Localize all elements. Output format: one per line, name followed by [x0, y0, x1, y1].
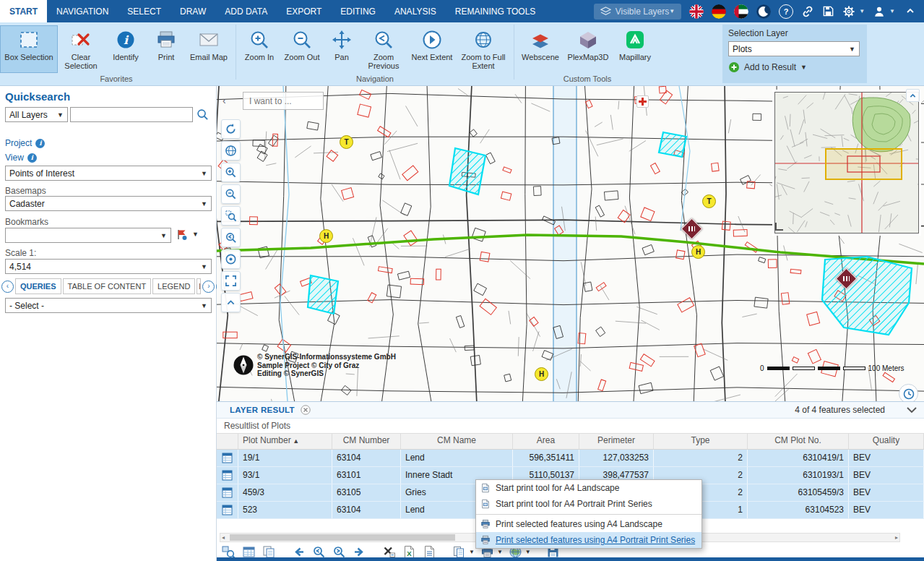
info-icon[interactable]: i	[27, 153, 37, 163]
add-bookmark-icon[interactable]	[176, 228, 188, 241]
query-select-dropdown[interactable]: - Select -▼	[5, 298, 212, 313]
zoom-in-button[interactable]: Zoom In	[239, 25, 280, 73]
settings-gear-icon[interactable]	[842, 5, 855, 18]
layer-filter-dropdown[interactable]: All Layers▼	[5, 107, 68, 122]
menu-tab-export[interactable]: EXPORT	[277, 0, 331, 22]
context-menu-item[interactable]: Print selected features using A4 Portrai…	[476, 532, 701, 548]
poi-marker-t[interactable]: T	[340, 135, 353, 149]
print-button[interactable]: Print	[147, 25, 185, 73]
chevron-down-icon[interactable]: ▼	[889, 8, 895, 14]
refresh-map-button[interactable]	[221, 119, 241, 139]
bookmark-menu-caret-icon[interactable]: ▼	[192, 231, 199, 238]
tab-scroll-right-icon[interactable]: ›	[202, 280, 215, 293]
poi-marker-h[interactable]: H	[319, 229, 333, 243]
basemap-dropdown[interactable]: Cadaster▼	[5, 196, 212, 211]
chevron-down-icon[interactable]: ▼	[469, 549, 475, 555]
time-slider-clock-icon[interactable]	[899, 384, 918, 401]
context-menu-item[interactable]: Start print tool for A4 Portrait Print S…	[476, 496, 701, 512]
identify-button[interactable]: i Identify	[104, 25, 147, 73]
flag-uk-icon[interactable]	[689, 4, 704, 19]
zoom-back-button[interactable]	[221, 228, 241, 247]
menu-tab-analysis[interactable]: ANALYSIS	[385, 0, 446, 22]
tab-queries[interactable]: QUERIES	[15, 278, 61, 294]
scale-dropdown[interactable]: 4,514▼	[5, 259, 212, 274]
column-header-quality[interactable]: Quality	[849, 434, 924, 449]
save-session-icon[interactable]	[822, 5, 834, 17]
collapse-panel-chevron-icon[interactable]	[907, 407, 917, 414]
overview-resize-handle[interactable]	[775, 222, 784, 231]
visible-layers-button[interactable]: Visible Layers ▼	[594, 4, 681, 20]
quicksearch-input[interactable]	[70, 107, 193, 122]
column-header-type[interactable]: Type	[654, 434, 748, 449]
table-row[interactable]: 19/163104Lend596,351411127,0332532631041…	[217, 450, 924, 467]
chevron-down-icon[interactable]: ▼	[859, 8, 865, 14]
webscene-button[interactable]: Webscene	[517, 25, 564, 73]
tab-scroll-left-icon[interactable]: ‹	[1, 280, 14, 293]
scroll-left-arrow-icon[interactable]: ◂	[222, 534, 225, 541]
context-menu-item[interactable]: Print selected features using A4 Landsca…	[476, 516, 701, 532]
view-link[interactable]: Viewi	[5, 153, 37, 163]
i-want-to-search[interactable]: I want to ...	[243, 92, 324, 110]
menu-tab-editing[interactable]: EDITING	[331, 0, 385, 22]
share-link-icon[interactable]	[801, 5, 814, 18]
zoom-previous-button[interactable]: Zoom Previous	[359, 25, 408, 73]
poi-marker-h[interactable]: H	[691, 245, 705, 259]
column-header-cm-number[interactable]: CM Number	[332, 434, 401, 449]
zoom-window-button[interactable]	[221, 206, 241, 226]
panel-collapse-chevron-icon[interactable]	[906, 89, 920, 102]
chevron-down-icon[interactable]: ▼	[525, 549, 531, 555]
plexmap3d-button[interactable]: PlexMap3D	[564, 25, 613, 73]
default-tool-target-icon[interactable]	[221, 249, 241, 269]
clear-selection-button[interactable]: Clear Selection	[58, 25, 104, 73]
scroll-right-arrow-icon[interactable]: ▸	[895, 534, 898, 541]
collapse-toolbar-chevron-icon[interactable]	[221, 293, 241, 312]
tab-table-of-content[interactable]: TABLE OF CONTENT	[63, 278, 152, 294]
info-icon[interactable]: i	[35, 139, 45, 148]
column-header-perimeter[interactable]: Perimeter	[579, 434, 654, 449]
next-extent-button[interactable]: Next Extent	[408, 25, 456, 73]
dark-mode-moon-icon[interactable]	[756, 4, 771, 19]
context-menu-item[interactable]: Start print tool for A4 Landscape	[476, 480, 701, 496]
row-detail-form-icon[interactable]	[217, 502, 238, 518]
sidebar-collapse-chevron-icon[interactable]: ‹	[223, 95, 226, 106]
tab-legend[interactable]: LEGEND	[152, 278, 195, 294]
overview-map[interactable]	[774, 92, 919, 234]
poi-marker-t[interactable]: T	[702, 194, 716, 208]
zoom-full-extent-button[interactable]: Zoom to Full Extent	[456, 25, 511, 73]
chevron-down-icon[interactable]: ▼	[497, 549, 503, 555]
column-header-plot-number[interactable]: Plot Number ▲	[238, 434, 332, 449]
project-link[interactable]: Projecti	[5, 138, 45, 148]
layer-result-tab[interactable]: LAYER RESULT	[230, 406, 295, 414]
add-to-result-button[interactable]: Add to Result ▼	[728, 61, 861, 73]
row-detail-form-icon[interactable]	[217, 484, 238, 501]
tab-l[interactable]: L	[197, 278, 201, 294]
menu-tab-remaining-tools[interactable]: REMAINING TOOLS	[446, 0, 545, 22]
mapillary-button[interactable]: Mapillary	[613, 25, 657, 73]
pan-button[interactable]: Pan	[324, 25, 359, 73]
menu-tab-add-data[interactable]: ADD DATA	[215, 0, 277, 22]
full-extent-arrows-icon[interactable]	[221, 271, 241, 291]
flag-germany-icon[interactable]	[712, 4, 726, 19]
search-icon[interactable]	[197, 108, 209, 121]
selection-layer-dropdown[interactable]: Plots▼	[728, 41, 860, 56]
column-header-area[interactable]: Area	[513, 434, 579, 449]
column-header-cm-name[interactable]: CM Name	[401, 434, 513, 449]
bookmarks-dropdown[interactable]: ▼	[5, 228, 171, 243]
email-map-button[interactable]: Email Map	[185, 25, 233, 73]
column-header-cm-plot-no-[interactable]: CM Plot No.	[748, 434, 849, 449]
flag-uae-icon[interactable]	[734, 4, 748, 19]
box-selection-button[interactable]: Box Selection	[0, 25, 58, 73]
view-dropdown[interactable]: Points of Interest▼	[5, 166, 212, 181]
row-detail-form-icon[interactable]	[217, 450, 238, 466]
menu-tab-select[interactable]: SELECT	[118, 0, 170, 22]
collapse-ribbon-chevron-icon[interactable]	[905, 6, 915, 16]
scrollbar-thumb[interactable]	[230, 534, 455, 541]
user-account-icon[interactable]	[873, 5, 886, 18]
zoom-out-button[interactable]: Zoom Out	[280, 25, 324, 73]
map-zoom-out-button[interactable]	[221, 184, 241, 204]
globe-coordinates-button[interactable]	[221, 141, 241, 160]
map-zoom-in-button[interactable]	[221, 163, 241, 182]
map-viewport[interactable]: ‹ I want to ... © SynerGIS-Informationss…	[217, 86, 924, 401]
menu-tab-start[interactable]: START	[0, 0, 47, 22]
help-icon[interactable]: ?	[779, 4, 793, 19]
